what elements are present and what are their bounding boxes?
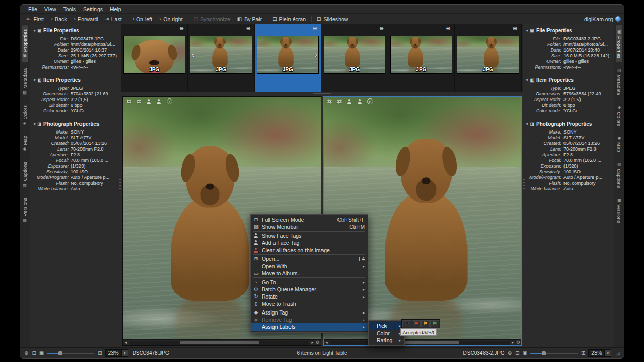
menu-item-open-with[interactable]: Open With▸ (251, 262, 368, 270)
left-zoom-slider[interactable] (47, 351, 94, 355)
no-pick-flag-button[interactable]: ⚑ (403, 320, 411, 327)
thumbnail-1[interactable]: JPG (121, 24, 188, 92)
menu-item-add-a-face-tag[interactable]: Add a Face Tag (251, 239, 368, 246)
resize-grip[interactable] (616, 351, 620, 356)
right-zoom-combo[interactable]: 23% (588, 349, 611, 357)
toolbar-button-slideshow[interactable]: Slideshow (313, 14, 351, 24)
menu-item-file[interactable]: File (25, 6, 40, 12)
add-face-tag-icon[interactable] (156, 99, 162, 104)
right-zoom-slider[interactable] (530, 351, 578, 355)
thumbnail-6[interactable]: JPG (455, 24, 521, 92)
sidebar-tab-captions[interactable]: Captions (22, 158, 28, 192)
toolbar-button-on-right[interactable]: On right (156, 14, 186, 24)
horizontal-scrollbar[interactable]: ◂▸ (123, 339, 321, 345)
toolbar-button-back[interactable]: Back (47, 14, 71, 24)
splitter-handle[interactable] (313, 93, 331, 94)
menu-item-rotate[interactable]: Rotate▸ (251, 293, 368, 300)
toolbar-button-forward[interactable]: Forward (71, 14, 102, 24)
section-header[interactable]: ▾File Properties (525, 26, 611, 36)
sidebar-tab-properties[interactable]: Properties (616, 25, 622, 62)
thumbnail-5[interactable]: JPG (388, 24, 455, 92)
next-thumbnail-icon[interactable]: › (315, 51, 317, 59)
menu-item-remove-tag[interactable]: Remove Tag▸ (251, 316, 368, 323)
toolbar-button-plein-cran[interactable]: Plein écran (269, 14, 310, 24)
play-icon[interactable] (367, 98, 373, 104)
pending-flag-button[interactable]: ⚑ (421, 320, 430, 327)
sidebar-tab-captions[interactable]: Captions (616, 158, 622, 192)
fit-window-icon[interactable] (31, 351, 36, 356)
swap-left-icon[interactable] (126, 98, 131, 104)
fit-zoom-icon[interactable] (581, 351, 585, 356)
zoom-original-icon[interactable] (39, 351, 44, 356)
pan-settings-icon[interactable] (315, 340, 319, 345)
menu-item-assign-labels[interactable]: Assign Labels▸ (251, 323, 368, 331)
menu-item-settings[interactable]: Settings (80, 6, 106, 12)
submenu-item-color[interactable]: Color▸ (369, 330, 404, 337)
pan-settings-icon[interactable] (516, 340, 520, 345)
thumbnail-2[interactable]: ‹JPG (188, 24, 254, 92)
zoom-original-icon[interactable] (522, 351, 527, 356)
zoom-settings-icon[interactable] (24, 351, 28, 356)
menu-item-view[interactable]: View (41, 6, 59, 12)
horizontal-splitter[interactable] (121, 92, 523, 95)
play-icon[interactable] (167, 98, 172, 104)
scroll-right-icon[interactable]: ▸ (310, 340, 314, 345)
scroll-track[interactable] (129, 341, 309, 345)
show-face-tags-icon[interactable] (146, 99, 151, 104)
section-header[interactable]: ▾Photograph Properties (525, 120, 611, 129)
left-zoom-combo[interactable]: 23% (105, 349, 128, 357)
sidebar-tab-versions[interactable]: Versions (616, 193, 622, 227)
scroll-track[interactable] (330, 341, 510, 345)
dropdown-icon[interactable] (604, 350, 611, 356)
accepted-flag-button[interactable]: ⚑ (430, 320, 439, 327)
menu-item-clear-all-faces-on-this-image[interactable]: Clear all faces on this image (251, 246, 368, 254)
menu-item-move-to-trash[interactable]: Move to Trash (251, 300, 368, 307)
scroll-right-icon[interactable]: ▸ (511, 340, 515, 345)
toolbar-button-last[interactable]: Last (101, 14, 125, 24)
fit-window-icon[interactable] (515, 351, 519, 356)
thumbnail-3[interactable]: ›JPG (255, 24, 321, 92)
sidebar-tab-colors[interactable]: Colors (22, 101, 28, 130)
menu-item-full-screen-mode[interactable]: Full Screen ModeCtrl+Shift+F (251, 216, 368, 223)
menu-item-show-face-tags[interactable]: Show Face Tags (251, 232, 368, 239)
sidebar-tab-metadata[interactable]: Metadata (616, 64, 622, 100)
zoom-settings-icon[interactable] (508, 351, 512, 356)
swap-right-icon[interactable] (337, 98, 342, 104)
swap-right-icon[interactable] (136, 98, 141, 104)
submenu-item-rating[interactable]: Rating▸ (369, 337, 404, 344)
toolbar-button-synchronize[interactable]: Synchronize (190, 14, 234, 24)
digikam-logo-icon[interactable] (615, 16, 621, 22)
menu-item-show-menubar[interactable]: Show MenubarCtrl+M (251, 223, 368, 231)
sidebar-tab-properties[interactable]: Properties (22, 25, 28, 62)
sidebar-tab-map[interactable]: Map (22, 131, 28, 156)
add-face-tag-icon[interactable] (357, 99, 362, 104)
menu-item-tools[interactable]: Tools (60, 6, 79, 12)
section-header[interactable]: ▾Item Properties (525, 76, 611, 86)
horizontal-scrollbar[interactable]: ◂▸ (324, 339, 522, 345)
rejected-flag-button[interactable]: ⚑ (412, 320, 421, 327)
menu-item-batch-queue-manager[interactable]: Batch Queue Manager▸ (251, 286, 368, 293)
menu-item-go-to[interactable]: Go To▸ (251, 278, 368, 286)
dropdown-icon[interactable] (121, 350, 128, 356)
section-header[interactable]: ▾Item Properties (33, 76, 119, 86)
menu-item-open[interactable]: Open...F4 (251, 255, 368, 262)
swap-left-icon[interactable] (327, 98, 332, 104)
toolbar-button-on-left[interactable]: On left (129, 14, 156, 24)
show-face-tags-icon[interactable] (347, 99, 352, 104)
submenu-item-pick[interactable]: Pick▸ (369, 322, 404, 330)
scroll-left-icon[interactable]: ◂ (325, 340, 329, 345)
prev-thumbnail-icon[interactable]: ‹ (191, 51, 194, 59)
scroll-thumb[interactable] (180, 341, 259, 344)
section-header[interactable]: ▾File Properties (33, 26, 119, 36)
sidebar-tab-map[interactable]: Map (616, 131, 622, 156)
menu-item-help[interactable]: Help (107, 6, 124, 12)
menu-item-move-to-album[interactable]: Move to Album... (251, 270, 368, 277)
fit-zoom-icon[interactable] (98, 351, 102, 356)
sidebar-tab-colors[interactable]: Colors (616, 101, 622, 130)
slider-knob[interactable] (542, 351, 546, 355)
slider-knob[interactable] (58, 351, 62, 355)
sidebar-tab-metadata[interactable]: Metadata (22, 64, 28, 100)
toolbar-button-by-pair[interactable]: By Pair (234, 14, 265, 24)
section-header[interactable]: ▾Photograph Properties (33, 120, 119, 129)
scroll-left-icon[interactable]: ◂ (124, 340, 128, 345)
